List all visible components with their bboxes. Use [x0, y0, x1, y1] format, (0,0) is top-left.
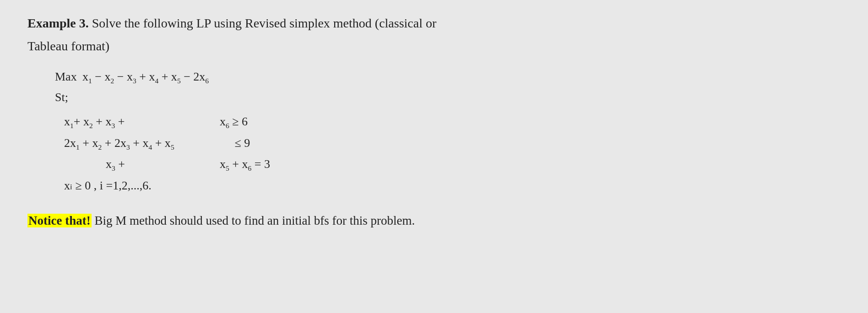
constraints-block: x1+ x2 + x3 + x6 ≥ 6 2x1 + x2 + 2x3 + x4…: [64, 111, 841, 175]
notice-block: Notice that! Big M method should used to…: [27, 211, 841, 230]
objective-expression: x1 − x2 − x3 + x4 + x5 − 2x6: [82, 67, 209, 87]
notice-highlight: Notice that!: [27, 214, 92, 227]
constraint-1-lhs: x1+ x2 + x3 +: [64, 111, 220, 133]
title-line-1: Example 3. Solve the following LP using …: [27, 14, 841, 33]
constraint-3-lhs: x3 +: [64, 154, 220, 175]
constraint-2-spacer: [220, 133, 235, 154]
constraint-3-rhs-var: x5 + x6: [220, 154, 255, 175]
title-line-2: Tableau format): [27, 37, 841, 56]
title-text: Solve the following LP using Revised sim…: [92, 16, 437, 30]
constraint-3-relation: = 3: [255, 154, 270, 175]
non-negativity: xᵢ ≥ 0 , i =1,2,...,6.: [64, 175, 841, 197]
constraint-row-1: x1+ x2 + x3 + x6 ≥ 6: [64, 111, 841, 133]
notice-text: Big M method should used to find an init…: [92, 214, 415, 227]
objective-line: Max x1 − x2 − x3 + x4 + x5 − 2x6: [55, 67, 841, 87]
subject-to-label: St;: [55, 87, 841, 108]
constraint-row-2: 2x1 + x2 + 2x3 + x4 + x5 ≤ 9: [64, 133, 841, 154]
constraint-1-rhs-var: x6: [220, 111, 232, 133]
constraint-2-lhs: 2x1 + x2 + 2x3 + x4 + x5: [64, 133, 220, 154]
constraint-2-relation: ≤ 9: [235, 133, 250, 154]
constraint-row-3: x3 + x5 + x6 = 3: [64, 154, 841, 175]
constraint-1-relation: ≥ 6: [232, 111, 248, 133]
example-label: Example 3.: [27, 16, 89, 30]
objective-block: Max x1 − x2 − x3 + x4 + x5 − 2x6 St;: [55, 67, 841, 108]
objective-label: Max: [55, 67, 82, 87]
main-content: Example 3. Solve the following LP using …: [27, 14, 841, 230]
